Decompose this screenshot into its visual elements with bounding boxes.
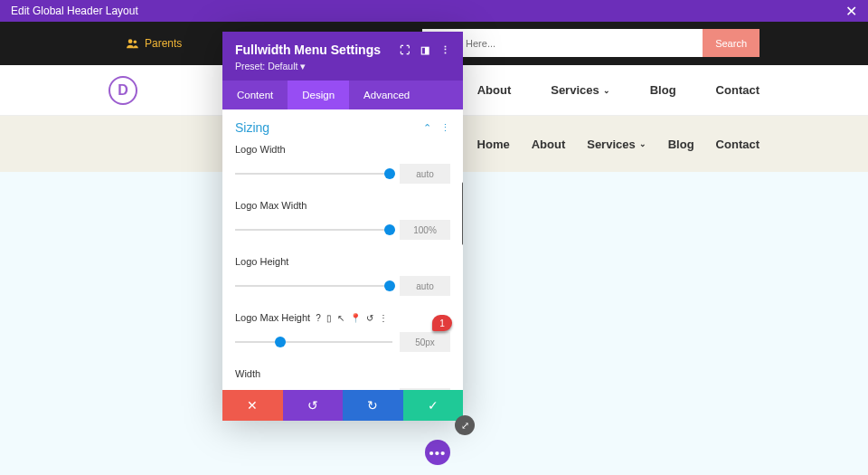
panel-tabs: Content Design Advanced <box>222 81 463 109</box>
field-tool-icons: ? ▯ ↖ 📍 ↺ ⋮ <box>316 313 388 323</box>
redo-button[interactable]: ↻ <box>343 390 403 421</box>
resize-handle[interactable]: ⤢ <box>455 415 475 435</box>
subnav-item-services[interactable]: Services ⌄ <box>587 138 646 151</box>
parents-label: Parents <box>145 37 182 50</box>
field-width: Width <box>235 368 450 390</box>
settings-panel: Fullwidth Menu Settings ⛶ ◨ ⋮ Preset: De… <box>222 32 463 421</box>
slider-logo-width[interactable] <box>235 173 392 175</box>
tab-content[interactable]: Content <box>222 81 288 109</box>
field-logo-width: Logo Width <box>235 144 450 184</box>
slider-thumb[interactable] <box>384 280 395 291</box>
nav-item-about[interactable]: About <box>477 83 512 97</box>
kebab-icon[interactable]: ⋮ <box>379 313 388 323</box>
annotation-marker: 1 <box>432 315 452 331</box>
undo-button[interactable]: ↺ <box>283 390 344 421</box>
search-input[interactable] <box>422 29 703 57</box>
nav-item-services[interactable]: Services ⌄ <box>551 83 610 97</box>
chevron-down-icon: ⌄ <box>639 139 646 148</box>
input-width[interactable] <box>400 388 450 390</box>
pin-icon[interactable]: 📍 <box>350 313 361 323</box>
svg-point-1 <box>134 41 137 44</box>
slider-logo-max-height[interactable] <box>235 341 392 343</box>
parents-link[interactable]: Parents <box>127 37 182 50</box>
panel-preset[interactable]: Preset: Default ▾ <box>235 61 450 71</box>
collapse-icon[interactable]: ⌃ <box>423 122 431 134</box>
panel-body: Sizing ⌃ ⋮ Logo Width Logo Max Width Log… <box>222 109 463 390</box>
kebab-icon[interactable]: ⋮ <box>440 122 450 134</box>
input-logo-max-width[interactable] <box>400 220 450 240</box>
nav-item-contact[interactable]: Contact <box>716 83 760 97</box>
kebab-icon[interactable]: ⋮ <box>440 44 450 56</box>
field-logo-max-width: Logo Max Width <box>235 200 450 240</box>
slider-thumb[interactable] <box>275 337 286 347</box>
scrollbar[interactable] <box>462 182 463 245</box>
svg-point-0 <box>128 39 133 43</box>
columns-icon[interactable]: ◨ <box>420 44 429 56</box>
tab-advanced[interactable]: Advanced <box>349 81 424 109</box>
slider-logo-height[interactable] <box>235 285 392 287</box>
confirm-button[interactable]: ✓ <box>403 390 464 421</box>
subnav-item-contact[interactable]: Contact <box>716 138 760 151</box>
search-form: Search <box>422 29 760 57</box>
parents-icon <box>127 38 139 49</box>
help-icon[interactable]: ? <box>316 313 321 323</box>
slider-logo-max-width[interactable] <box>235 229 392 231</box>
subnav-item-blog[interactable]: Blog <box>668 138 694 151</box>
input-logo-max-height[interactable] <box>400 332 450 352</box>
cursor-icon[interactable]: ↖ <box>337 313 344 323</box>
site-logo[interactable]: D <box>108 76 137 105</box>
nav-item-blog[interactable]: Blog <box>650 83 676 97</box>
reset-icon[interactable]: ↺ <box>366 313 373 323</box>
section-sizing[interactable]: Sizing ⌃ ⋮ <box>235 120 450 135</box>
search-button[interactable]: Search <box>703 29 760 57</box>
slider-thumb[interactable] <box>384 168 395 179</box>
input-logo-width[interactable] <box>400 164 450 184</box>
subnav-item-about[interactable]: About <box>532 138 566 151</box>
close-icon[interactable]: ✕ <box>845 3 857 20</box>
panel-footer: ✕ ↺ ↻ ✓ <box>222 390 463 421</box>
field-logo-height: Logo Height <box>235 256 450 296</box>
field-logo-max-height: Logo Max Height ? ▯ ↖ 📍 ↺ ⋮ <box>235 312 450 352</box>
tab-design[interactable]: Design <box>288 81 349 109</box>
chevron-down-icon: ⌄ <box>603 86 610 95</box>
edit-header-title: Edit Global Header Layout <box>11 5 138 17</box>
phone-icon[interactable]: ▯ <box>326 313 332 323</box>
cancel-button[interactable]: ✕ <box>222 390 283 421</box>
panel-title: Fullwidth Menu Settings <box>235 43 381 57</box>
input-logo-height[interactable] <box>400 276 450 296</box>
edit-header-bar: Edit Global Header Layout ✕ <box>0 0 868 22</box>
subnav-item-home[interactable]: Home <box>477 138 510 151</box>
builder-fab[interactable]: ••• <box>425 440 450 465</box>
slider-thumb[interactable] <box>384 224 395 235</box>
panel-header: Fullwidth Menu Settings ⛶ ◨ ⋮ Preset: De… <box>222 32 463 81</box>
expand-icon[interactable]: ⛶ <box>400 44 410 56</box>
